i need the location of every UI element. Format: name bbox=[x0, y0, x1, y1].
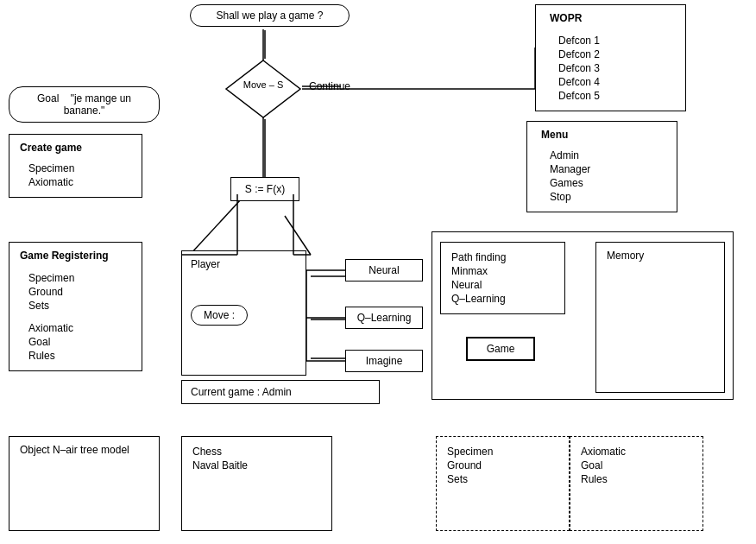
game-registering-title: Game Registering bbox=[20, 250, 131, 262]
gr-item-2: Ground bbox=[28, 286, 131, 298]
algo-item-3: Neural bbox=[451, 279, 554, 291]
menu-item-games: Games bbox=[550, 177, 663, 189]
ag-item-1: Axiomatic bbox=[581, 446, 692, 458]
gr-item-3: Sets bbox=[28, 300, 131, 312]
title-box: Shall we play a game ? bbox=[190, 4, 350, 27]
naval-item: Naval Baitle bbox=[192, 459, 321, 471]
create-game-item-1: Specimen bbox=[28, 162, 131, 174]
player-title: Player bbox=[191, 258, 297, 270]
memory-box: Memory bbox=[595, 242, 725, 393]
s-function-label: S := F(x) bbox=[245, 183, 285, 195]
svg-line-3 bbox=[190, 199, 242, 255]
gr-item-6: Rules bbox=[28, 350, 131, 362]
chess-item: Chess bbox=[192, 446, 321, 458]
diamond-move-s: Move – S bbox=[224, 59, 302, 119]
menu-item-admin: Admin bbox=[550, 149, 663, 161]
create-game-box: Create game Specimen Axiomatic bbox=[9, 134, 142, 198]
menu-item-stop: Stop bbox=[550, 191, 663, 203]
q-learning-box[interactable]: Q–Learning bbox=[345, 307, 423, 329]
move-label: Move : bbox=[204, 309, 235, 321]
current-game-box: Current game : Admin bbox=[181, 380, 380, 404]
object-model-label: Object N–air tree model bbox=[20, 444, 148, 456]
algo-item-2: Minmax bbox=[451, 265, 554, 277]
svg-line-4 bbox=[285, 216, 311, 255]
algo-box: Path finding Minmax Neural Q–Learning bbox=[440, 242, 565, 314]
wopr-title: WOPR bbox=[550, 12, 671, 24]
goal-label: Goal bbox=[37, 92, 59, 104]
ag-item-2: Goal bbox=[581, 459, 692, 471]
menu-item-manager: Manager bbox=[550, 163, 663, 175]
game-button-box[interactable]: Game bbox=[466, 337, 535, 361]
player-box: Player Move : bbox=[181, 250, 306, 376]
create-game-item-2: Axiomatic bbox=[28, 176, 131, 188]
neural-box[interactable]: Neural bbox=[345, 259, 423, 281]
diamond-label: Move – S bbox=[243, 79, 283, 90]
menu-title: Menu bbox=[541, 129, 663, 141]
wopr-item-3: Defcon 3 bbox=[558, 62, 671, 74]
continue-label: Continue bbox=[309, 80, 350, 92]
ag-item-3: Rules bbox=[581, 473, 692, 485]
wopr-item-4: Defcon 4 bbox=[558, 76, 671, 88]
game-button-label: Game bbox=[487, 343, 515, 355]
game-registering-box: Game Registering Specimen Ground Sets Ax… bbox=[9, 242, 142, 371]
sg-item-1: Specimen bbox=[447, 446, 558, 458]
wopr-item-2: Defcon 2 bbox=[558, 48, 671, 60]
sg-item-3: Sets bbox=[447, 473, 558, 485]
wopr-box: WOPR Defcon 1 Defcon 2 Defcon 3 Defcon 4… bbox=[535, 4, 686, 111]
gr-item-1: Specimen bbox=[28, 272, 131, 284]
gr-item-5: Goal bbox=[28, 336, 131, 348]
current-game-label: Current game : Admin bbox=[191, 386, 292, 398]
wopr-item-1: Defcon 1 bbox=[558, 35, 671, 47]
q-learning-label: Q–Learning bbox=[357, 312, 412, 324]
neural-label: Neural bbox=[369, 264, 399, 276]
create-game-title: Create game bbox=[20, 142, 131, 154]
imagine-box[interactable]: Imagine bbox=[345, 350, 423, 372]
gr-item-4: Axiomatic bbox=[28, 322, 131, 334]
imagine-label: Imagine bbox=[366, 355, 403, 367]
sg-item-2: Ground bbox=[447, 459, 558, 471]
move-button[interactable]: Move : bbox=[191, 305, 248, 326]
specimen-ground-box: Specimen Ground Sets bbox=[436, 436, 570, 531]
goal-value: "je mange un banane." bbox=[64, 92, 131, 117]
algo-item-4: Q–Learning bbox=[451, 293, 554, 305]
axiomatic-goal-box: Axiomatic Goal Rules bbox=[570, 436, 703, 531]
wopr-item-5: Defcon 5 bbox=[558, 90, 671, 102]
chess-naval-box: Chess Naval Baitle bbox=[181, 436, 332, 531]
algo-item-1: Path finding bbox=[451, 251, 554, 263]
menu-box: Menu Admin Manager Games Stop bbox=[526, 121, 677, 212]
s-function-box: S := F(x) bbox=[230, 177, 299, 201]
title-text: Shall we play a game ? bbox=[216, 9, 323, 22]
memory-label: Memory bbox=[607, 250, 714, 262]
goal-box: Goal "je mange un banane." bbox=[9, 86, 160, 123]
object-model-box: Object N–air tree model bbox=[9, 436, 160, 531]
